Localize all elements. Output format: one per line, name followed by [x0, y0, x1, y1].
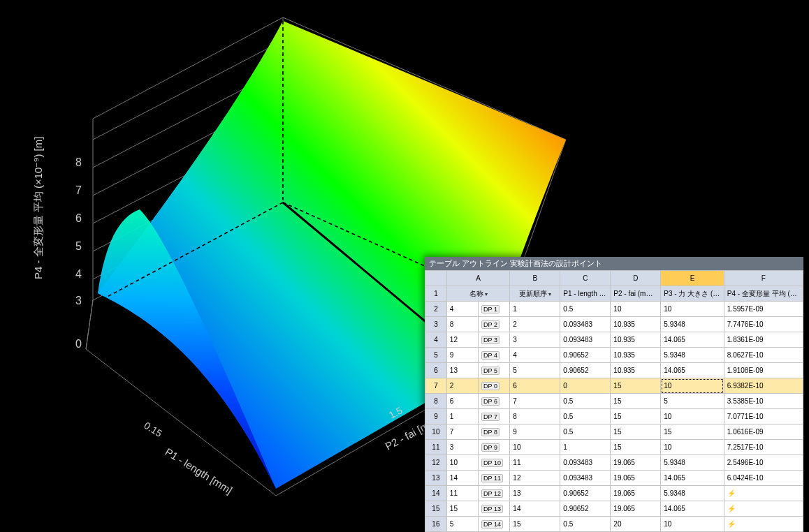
cell-p3[interactable]: 5 — [661, 394, 724, 409]
header-p4[interactable]: P4 - 全変形量 平均 (m) — [724, 286, 803, 302]
cell-p2[interactable]: 10.935 — [611, 332, 661, 348]
cell-p3[interactable]: 10 — [661, 409, 724, 424]
table-row[interactable]: 59DP 440.9065210.9355.93488.0627E-10 — [425, 348, 803, 363]
cell-p1[interactable]: 0.093483 — [560, 317, 611, 332]
cell-p4[interactable]: 2.5496E-10 — [724, 455, 803, 471]
cell-dp-name[interactable]: DP 6 — [479, 394, 510, 409]
cell-dp-name[interactable]: DP 14 — [479, 517, 510, 532]
cell-p3[interactable]: 10 — [661, 517, 724, 532]
col-e[interactable]: E — [661, 271, 724, 286]
cell-p1[interactable]: 0.093483 — [560, 332, 611, 348]
cell-p3[interactable]: 14.065 — [661, 471, 724, 486]
cell-p4[interactable]: 7.7476E-10 — [724, 317, 803, 332]
cell-p1[interactable]: 0.90652 — [560, 348, 611, 363]
cell-dp-name[interactable]: DP 9 — [479, 440, 510, 455]
cell-dp-name[interactable]: DP 12 — [479, 486, 510, 501]
cell-p3[interactable]: 15 — [661, 424, 724, 440]
cell-seq[interactable]: 10 — [510, 440, 560, 455]
cell-p4[interactable]: 1.5957E-09 — [724, 302, 803, 317]
cell-p1[interactable]: 0.5 — [560, 394, 611, 409]
cell-dp-name[interactable]: DP 2 — [479, 317, 510, 332]
cell-p3[interactable]: 14.065 — [661, 363, 724, 378]
cell-seq[interactable]: 4 — [510, 348, 560, 363]
cell-update-order[interactable]: 5 — [446, 517, 478, 532]
cell-p2[interactable]: 19.065 — [611, 455, 661, 471]
cell-p2[interactable]: 15 — [611, 440, 661, 455]
cell-dp-name[interactable]: DP 13 — [479, 501, 510, 517]
cell-update-order[interactable]: 3 — [446, 440, 478, 455]
cell-update-order[interactable]: 13 — [446, 363, 478, 378]
cell-update-order[interactable]: 4 — [446, 302, 478, 317]
cell-update-order[interactable]: 6 — [446, 394, 478, 409]
cell-p3[interactable]: 14.065 — [661, 332, 724, 348]
cell-dp-name[interactable]: DP 5 — [479, 363, 510, 378]
cell-p1[interactable]: 0.5 — [560, 409, 611, 424]
cell-p3[interactable]: 10 — [661, 440, 724, 455]
table-row[interactable]: 165DP 14150.52010⚡ — [425, 517, 803, 532]
cell-p3[interactable]: 5.9348 — [661, 348, 724, 363]
cell-dp-name[interactable]: DP 3 — [479, 332, 510, 348]
table-row[interactable]: 1314DP 11120.09348319.06514.0656.0424E-1… — [425, 471, 803, 486]
table-row[interactable]: 412DP 330.09348310.93514.0651.8361E-09 — [425, 332, 803, 348]
cell-dp-name[interactable]: DP 1 — [479, 302, 510, 317]
cell-p1[interactable]: 0.90652 — [560, 363, 611, 378]
cell-seq[interactable]: 5 — [510, 363, 560, 378]
cell-update-order[interactable]: 7 — [446, 424, 478, 440]
cell-seq[interactable]: 13 — [510, 486, 560, 501]
cell-p2[interactable]: 10 — [611, 302, 661, 317]
cell-p2[interactable]: 15 — [611, 378, 661, 394]
cell-update-order[interactable]: 1 — [446, 409, 478, 424]
filter-icon[interactable] — [654, 290, 658, 297]
cell-p1[interactable]: 0.093483 — [560, 455, 611, 471]
cell-seq[interactable]: 2 — [510, 317, 560, 332]
cell-dp-name[interactable]: DP 11 — [479, 471, 510, 486]
col-c[interactable]: C — [560, 271, 611, 286]
cell-p1[interactable]: 0.093483 — [560, 471, 611, 486]
cell-p2[interactable]: 15 — [611, 409, 661, 424]
table-row[interactable]: 91DP 780.515107.0771E-10 — [425, 409, 803, 424]
col-d[interactable]: D — [611, 271, 661, 286]
cell-p4[interactable]: ⚡ — [724, 501, 803, 517]
header-p1[interactable]: P1 - length (mm) — [560, 286, 611, 302]
cell-seq[interactable]: 9 — [510, 424, 560, 440]
col-b[interactable]: B — [510, 271, 560, 286]
cell-p3[interactable]: 5.9348 — [661, 455, 724, 471]
cell-dp-name[interactable]: DP 7 — [479, 409, 510, 424]
table-row[interactable]: 24DP 110.510101.5957E-09 — [425, 302, 803, 317]
cell-p3[interactable]: 10 — [661, 378, 724, 394]
cell-p4[interactable]: 6.0424E-10 — [724, 471, 803, 486]
cell-p3[interactable]: 10 — [661, 302, 724, 317]
cell-p1[interactable]: 1 — [560, 440, 611, 455]
cell-p3[interactable]: 5.9348 — [661, 317, 724, 332]
table-row[interactable]: 86DP 670.51553.5385E-10 — [425, 394, 803, 409]
cell-p2[interactable]: 19.065 — [611, 501, 661, 517]
cell-seq[interactable]: 12 — [510, 471, 560, 486]
table-row[interactable]: 1411DP 12130.9065219.0655.9348⚡ — [425, 486, 803, 501]
cell-update-order[interactable]: 14 — [446, 471, 478, 486]
cell-p4[interactable]: 7.0771E-10 — [724, 409, 803, 424]
cell-seq[interactable]: 6 — [510, 378, 560, 394]
filter-icon[interactable] — [483, 290, 488, 297]
design-points-table[interactable]: A B C D E F 1 名称 更新順序 P1 - length (mm) P… — [425, 270, 803, 532]
cell-seq[interactable]: 7 — [510, 394, 560, 409]
cell-p2[interactable]: 15 — [611, 394, 661, 409]
cell-dp-name[interactable]: DP 0 — [479, 378, 510, 394]
header-name[interactable]: 名称 — [446, 286, 510, 302]
cell-p2[interactable]: 10.935 — [611, 348, 661, 363]
cell-p1[interactable]: 0.5 — [560, 517, 611, 532]
cell-p4[interactable]: ⚡ — [724, 486, 803, 501]
cell-update-order[interactable]: 15 — [446, 501, 478, 517]
table-row[interactable]: 1515DP 13140.9065219.06514.065⚡ — [425, 501, 803, 517]
cell-p3[interactable]: 14.065 — [661, 501, 724, 517]
cell-p4[interactable]: 6.9382E-10 — [724, 378, 803, 394]
cell-p4[interactable]: 1.8361E-09 — [724, 332, 803, 348]
cell-p3[interactable]: 5.9348 — [661, 486, 724, 501]
cell-seq[interactable]: 15 — [510, 517, 560, 532]
table-row[interactable]: 38DP 220.09348310.9355.93487.7476E-10 — [425, 317, 803, 332]
table-row[interactable]: 72DP 06015106.9382E-10 — [425, 378, 803, 394]
filter-icon[interactable] — [798, 290, 802, 297]
table-row[interactable]: 613DP 550.9065210.93514.0651.9108E-09 — [425, 363, 803, 378]
cell-dp-name[interactable]: DP 8 — [479, 424, 510, 440]
cell-p1[interactable]: 0.90652 — [560, 501, 611, 517]
filter-icon[interactable] — [547, 290, 551, 297]
